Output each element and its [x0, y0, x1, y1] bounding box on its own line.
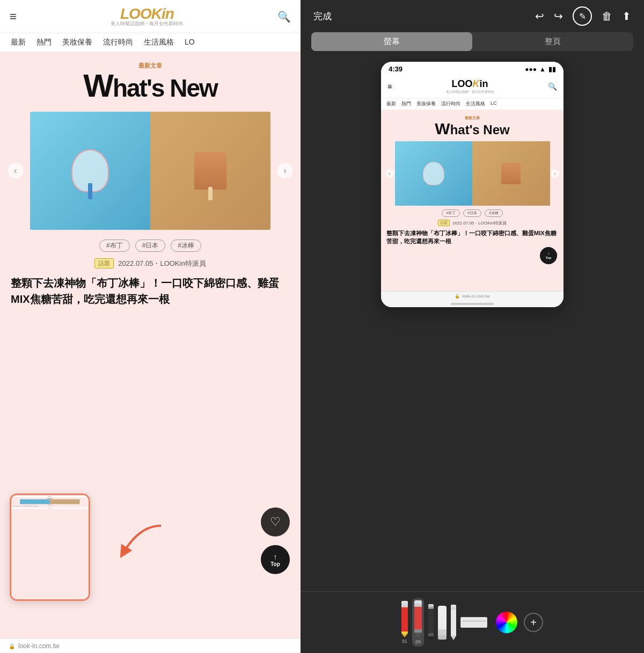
- phone-hamburger: ≡: [387, 82, 392, 91]
- title-w: W: [83, 68, 113, 104]
- phone-date: 2022.07.05・LOOKin特派員: [452, 220, 507, 226]
- color-picker-button[interactable]: [496, 612, 517, 633]
- tags-row: #布丁 #日本 #冰棒: [0, 235, 301, 256]
- phone-status-bar: 4:39 ●●● ▲ ▮▮: [381, 62, 564, 75]
- left-nav: 最新 熱門 美妝保養 流行時尚 生活風格 LO: [0, 33, 301, 52]
- pudding-bag-icon: [71, 149, 109, 192]
- nav-item-lo[interactable]: LO: [179, 38, 200, 47]
- phone-nav-fashion: 流行時尚: [439, 100, 463, 107]
- tool-marker[interactable]: 69: [412, 598, 424, 647]
- phone-article-image: [395, 141, 550, 206]
- carousel-prev[interactable]: ‹: [8, 163, 24, 179]
- phone-topic-badge: 話題: [438, 220, 450, 226]
- lock-icon: 🔒: [9, 643, 15, 649]
- home-bar: [451, 303, 494, 305]
- heart-button[interactable]: ♡: [261, 507, 290, 536]
- wifi-icon: ▲: [539, 66, 546, 73]
- nav-item-hot[interactable]: 熱門: [31, 38, 57, 47]
- drawing-tools-bar: 91 69 +: [301, 591, 644, 653]
- ice-stick-icon: [194, 152, 226, 190]
- phone-top-arrow: ↑: [547, 251, 550, 256]
- phone-url: look-in.com.tw: [462, 294, 489, 299]
- tool-ruler[interactable]: [460, 617, 487, 628]
- phone-latest-label: 最新文章: [381, 115, 564, 121]
- signal-icon: ●●●: [525, 66, 537, 73]
- phone-img-left: [395, 141, 473, 206]
- search-icon[interactable]: 🔍: [277, 10, 291, 23]
- carousel-next[interactable]: ›: [277, 163, 293, 179]
- marker-tip: [414, 633, 422, 638]
- phone-logo-text: LOOKin: [446, 78, 494, 90]
- tag-pudding[interactable]: #布丁: [99, 240, 130, 252]
- tab-bar: 螢幕 整頁: [311, 32, 633, 51]
- left-panel: ≡ LOOKin 美人時髦話題網・每月女性新時尚 🔍 最新 熱門 美妝保養 流行…: [0, 0, 301, 653]
- phone-title-w: W: [435, 120, 450, 137]
- article-meta: 話題 2022.07.05・LOOKin特派員: [0, 256, 301, 271]
- done-button[interactable]: 完成: [313, 10, 332, 23]
- right-panel: 完成 ↩ ↪ ✎ 🗑 ⬆ 螢幕 整頁 4:39 ●●● ▲ ▮▮: [301, 0, 644, 653]
- phone-top-area: ↑ Top: [381, 264, 564, 291]
- smudge-tip: [451, 636, 456, 640]
- top-button[interactable]: ↑ Top: [261, 545, 290, 574]
- nav-item-beauty[interactable]: 美妝保養: [57, 38, 98, 47]
- phone-thumb-content: ≡LOOKin🔍 What's New 話題 2022.07.05 整顆下去凍神…: [11, 495, 89, 599]
- phone-carousel-prev[interactable]: ‹: [385, 169, 394, 178]
- phone-content: 最新文章 What's New ‹: [381, 110, 564, 264]
- tab-fullpage[interactable]: 整頁: [472, 32, 633, 51]
- share-icon[interactable]: ⬆: [622, 10, 631, 23]
- tool-smudge[interactable]: [451, 605, 456, 640]
- phone-tag-pudding: #布丁: [442, 209, 460, 217]
- tab-screen[interactable]: 螢幕: [311, 32, 472, 51]
- carousel-image: [30, 112, 270, 230]
- phone-nav: 最新 熱門 美妝保養 流行時尚 生活風格 LC: [381, 98, 564, 110]
- phone-top-button[interactable]: ↑ Top: [540, 247, 557, 264]
- nav-item-lifestyle[interactable]: 生活風格: [138, 38, 179, 47]
- phone-tags: #布丁 #日本 #冰棒: [381, 208, 564, 219]
- phone-article-title: 整顆下去凍神物「布丁冰棒」！一口咬下綿密口感、雞蛋MIX焦糖苦甜，吃完還想再來一…: [381, 227, 564, 248]
- phone-nav-lifestyle: 生活風格: [464, 100, 487, 107]
- phone-title-rest: hat's New: [450, 122, 510, 137]
- tool-pencil[interactable]: 91: [401, 601, 408, 644]
- article-date: 2022.07.05・LOOKin特派員: [118, 259, 206, 269]
- site-url: look-in.com.tw: [18, 642, 60, 650]
- logo-accent: K: [151, 5, 162, 22]
- left-topbar: ≡ LOOKin 美人時髦話題網・每月女性新時尚 🔍: [0, 0, 301, 33]
- undo-icon[interactable]: ↩: [535, 10, 544, 23]
- left-bottom-bar: 🔒 look-in.com.tw: [0, 639, 301, 653]
- image-right: [150, 112, 270, 230]
- heart-icon: ♡: [270, 515, 281, 529]
- eraser-body: [438, 606, 447, 635]
- phone-logo: LOOKin 美人時髦話題網・每月女性新時尚: [446, 78, 494, 95]
- tag-ice[interactable]: #冰棒: [171, 240, 201, 252]
- add-tool-button[interactable]: +: [524, 613, 543, 632]
- phone-logo-subtitle: 美人時髦話題網・每月女性新時尚: [446, 90, 494, 95]
- phone-heart: ♡: [381, 248, 564, 264]
- phone-bottom-bar: 🔒 look-in.com.tw: [381, 291, 564, 301]
- nav-item-fashion[interactable]: 流行時尚: [98, 38, 138, 47]
- pencil-tip: [401, 633, 408, 637]
- phone-whats-new: 最新文章 What's New: [381, 110, 564, 139]
- tool-eraser[interactable]: [438, 606, 447, 640]
- plus-icon: +: [530, 616, 537, 629]
- nav-item-latest[interactable]: 最新: [5, 38, 31, 47]
- hamburger-icon[interactable]: ≡: [10, 10, 17, 24]
- preview-area: 4:39 ●●● ▲ ▮▮ ≡ LOOKin 美人時髦話題網・每月女性新時尚 🔍: [301, 56, 644, 591]
- phone-tag-japan: #日本: [463, 209, 481, 217]
- phone-frame: 4:39 ●●● ▲ ▮▮ ≡ LOOKin 美人時髦話題網・每月女性新時尚 🔍: [381, 62, 564, 307]
- left-content: 最新文章 What's New ‹ › #布丁: [0, 52, 301, 639]
- phone-meta: 話題 2022.07.05・LOOKin特派員: [381, 219, 564, 227]
- right-topbar: 完成 ↩ ↪ ✎ 🗑 ⬆: [301, 0, 644, 32]
- phone-pudding-icon: [423, 162, 444, 185]
- phone-carousel-next[interactable]: ›: [551, 169, 559, 178]
- tool-pen[interactable]: [428, 604, 434, 641]
- phone-top-label: Top: [546, 256, 552, 259]
- title-rest: hat's New: [113, 74, 217, 102]
- pen-tip: [428, 636, 434, 641]
- marker-body: [414, 600, 422, 633]
- tag-japan[interactable]: #日本: [135, 240, 166, 252]
- phone-wn-title: What's New: [381, 121, 564, 137]
- annotate-icon[interactable]: ✎: [573, 6, 592, 26]
- logo-area: LOOKin 美人時髦話題網・每月女性新時尚: [111, 5, 183, 27]
- delete-icon[interactable]: 🗑: [602, 10, 612, 23]
- redo-icon[interactable]: ↪: [554, 10, 563, 23]
